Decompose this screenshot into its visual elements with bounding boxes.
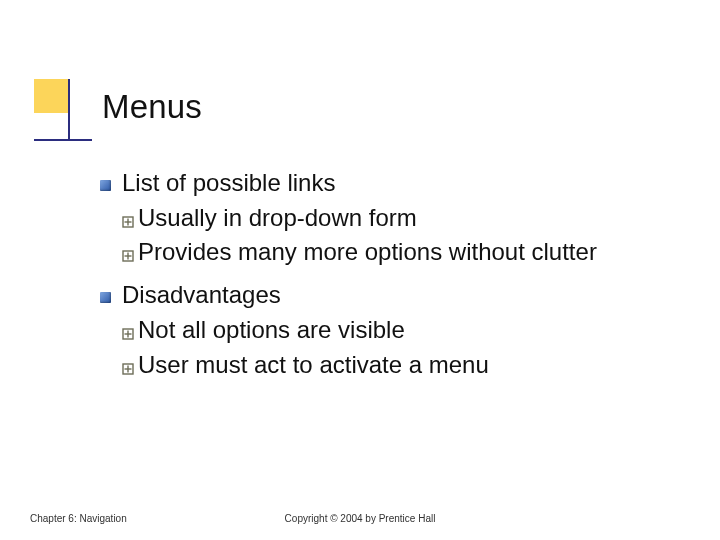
- bullet-text: Not all options are visible: [138, 315, 405, 346]
- bullet-level1: List of possible links: [100, 168, 680, 199]
- bullet-text: Provides many more options without clutt…: [138, 237, 597, 268]
- sub-bullet-group: Usually in drop-down form Provides many …: [100, 203, 680, 268]
- plus-bullet-icon: [122, 250, 136, 262]
- bullet-level2: Not all options are visible: [122, 315, 680, 346]
- diamond-bullet-icon: [100, 292, 112, 304]
- bullet-text: List of possible links: [122, 168, 335, 199]
- deco-horizontal-line: [34, 139, 92, 141]
- deco-square: [34, 79, 68, 113]
- bullet-text: Disadvantages: [122, 280, 281, 311]
- sub-bullet-group: Not all options are visible User must ac…: [100, 315, 680, 380]
- bullet-level2: Usually in drop-down form: [122, 203, 680, 234]
- plus-bullet-icon: [122, 216, 136, 228]
- bullet-text: Usually in drop-down form: [138, 203, 417, 234]
- diamond-bullet-icon: [100, 180, 112, 192]
- title-decoration: [34, 79, 90, 139]
- footer-copyright: Copyright © 2004 by Prentice Hall: [0, 513, 720, 524]
- bullet-level1: Disadvantages: [100, 280, 680, 311]
- plus-bullet-icon: [122, 328, 136, 340]
- slide-body: List of possible links Usually in drop-d…: [100, 168, 680, 380]
- slide-title: Menus: [102, 88, 202, 126]
- bullet-level2: Provides many more options without clutt…: [122, 237, 680, 268]
- plus-bullet-icon: [122, 363, 136, 375]
- bullet-level2: User must act to activate a menu: [122, 350, 680, 381]
- slide: Menus List of possible links Usually in …: [0, 0, 720, 540]
- bullet-text: User must act to activate a menu: [138, 350, 489, 381]
- deco-vertical-line: [68, 79, 70, 141]
